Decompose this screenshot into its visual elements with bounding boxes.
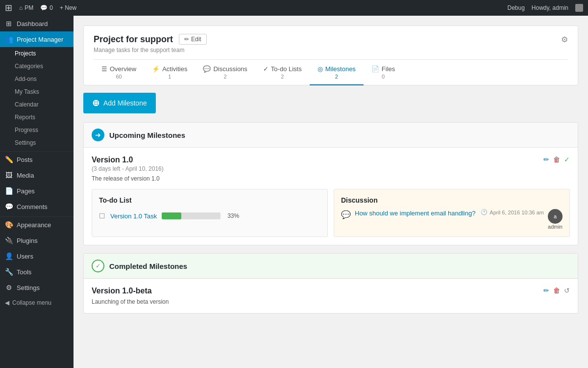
gear-icon: ⚙	[561, 35, 568, 44]
clock-icon: 🕐	[481, 209, 488, 215]
tab-discussions[interactable]: 💬 Discussions 2	[195, 60, 255, 85]
sidebar-item-dashboard[interactable]: ⊞ Dashboard	[0, 16, 74, 31]
todo-box-title: To-do List	[99, 196, 320, 204]
pages-icon: 📄	[5, 187, 13, 195]
discussion-meta-right: 🕐 April 6, 2016 10:36 am a admin	[481, 209, 563, 230]
sidebar-item-pages[interactable]: 📄 Pages	[0, 183, 74, 199]
delete-completed-button[interactable]: 🗑	[553, 287, 560, 294]
discussion-chat-icon: 💬	[341, 210, 351, 219]
appearance-icon: 🎨	[5, 221, 13, 229]
upcoming-milestone-desc: The release of version 1.0	[92, 175, 570, 182]
complete-milestone-button[interactable]: ✓	[564, 156, 570, 163]
upcoming-section-header: ➜ Upcoming Milestones	[84, 123, 578, 148]
upcoming-milestone-date: (3 days left - April 10, 2016)	[92, 165, 164, 172]
discussions-icon: 💬	[203, 65, 211, 73]
upcoming-milestones-section: ➜ Upcoming Milestones Version 1.0 (3 day…	[83, 122, 578, 245]
tab-overview[interactable]: ☰ Overview 60	[94, 60, 144, 85]
todo-progress-pct: 33%	[227, 212, 239, 219]
edit-milestone-button[interactable]: ✏	[543, 156, 549, 163]
project-header: Project for support ✏ Edit ⚙ Manage task…	[83, 26, 578, 85]
todo-icon: ✓	[263, 65, 269, 73]
sidebar-item-calendar[interactable]: Calendar	[5, 98, 74, 111]
overview-count: 60	[116, 74, 122, 79]
avatar-initial: a	[554, 213, 557, 219]
tab-milestones[interactable]: ◎ Milestones 2	[310, 60, 364, 85]
comments-icon: 💬	[5, 203, 13, 210]
user-avatar	[575, 4, 583, 12]
discussion-avatar: a	[548, 209, 563, 224]
sidebar-item-users[interactable]: 👤 Users	[0, 248, 74, 264]
activities-icon: ⚡	[152, 65, 160, 73]
completed-section-content: Version 1.0-beta Launching of the beta v…	[84, 279, 578, 313]
comment-icon: 💬	[40, 4, 48, 11]
sidebar-item-my-tasks[interactable]: My Tasks	[5, 85, 74, 98]
tab-files[interactable]: 📄 Files 0	[364, 60, 403, 85]
tab-activities[interactable]: ⚡ Activities 1	[144, 60, 195, 85]
sidebar-item-project-manager[interactable]: 👥 Project Manager	[0, 31, 74, 47]
dashboard-icon: ⊞	[5, 20, 13, 27]
sidebar-item-progress[interactable]: Progress	[5, 124, 74, 136]
discussion-box: Discussion 💬 How should we implement ema…	[334, 189, 570, 237]
project-title: Project for support	[94, 34, 173, 45]
collapse-icon: ◀	[5, 299, 9, 306]
files-count: 0	[382, 74, 385, 79]
discussion-author: admin	[548, 224, 563, 230]
project-subtitle: Manage tasks for the support team	[94, 47, 568, 53]
sidebar-item-reports[interactable]: Reports	[5, 111, 74, 124]
files-icon: 📄	[371, 65, 379, 73]
sidebar-item-tools[interactable]: 🔧 Tools	[0, 264, 74, 280]
milestones-icon: ◎	[318, 65, 323, 73]
gear-settings-button[interactable]: ⚙	[561, 35, 568, 44]
sidebar-item-appearance[interactable]: 🎨 Appearance	[0, 217, 74, 233]
overview-icon: ☰	[101, 65, 107, 73]
topbar-comments[interactable]: 💬 0	[40, 4, 53, 11]
completed-section-title: Completed Milestones	[109, 262, 187, 270]
discussion-link[interactable]: How should we implement email handling?	[355, 210, 475, 217]
sidebar-item-media[interactable]: 🖼 Media	[0, 167, 74, 183]
tabs-bar: ☰ Overview 60 ⚡ Activities 1 💬 Discussio…	[94, 59, 568, 85]
wp-logo-icon[interactable]: ⊞	[5, 2, 12, 13]
sidebar-item-comments[interactable]: 💬 Comments	[0, 199, 74, 214]
topbar-new[interactable]: + New	[60, 4, 76, 11]
upcoming-section-title: Upcoming Milestones	[109, 131, 185, 139]
plus-circle-icon: ⊕	[92, 98, 99, 108]
todo-task-link[interactable]: Version 1.0 Task	[110, 212, 157, 220]
delete-milestone-button[interactable]: 🗑	[553, 156, 560, 163]
add-milestone-button[interactable]: ⊕ Add Milestone	[83, 93, 156, 113]
edit-completed-button[interactable]: ✏	[543, 287, 549, 294]
collapse-menu-btn[interactable]: ◀ Collapse menu	[0, 295, 74, 310]
topbar: ⊞ ⌂ PM 💬 0 + New Debug Howdy, admin	[0, 0, 588, 16]
completed-icon: ✓	[92, 260, 104, 272]
sidebar-item-settings[interactable]: Settings	[5, 136, 74, 149]
sidebar-submenu: Projects Categories Add-ons My Tasks Cal…	[0, 47, 74, 149]
edit-button[interactable]: ✏ Edit	[179, 34, 207, 45]
todo-checkbox-icon: ☐	[99, 212, 105, 220]
upcoming-milestone-name: Version 1.0	[92, 156, 164, 164]
edit-icon: ✏	[184, 36, 189, 43]
home-icon: ⌂	[19, 4, 23, 11]
content-area: Project for support ✏ Edit ⚙ Manage task…	[74, 16, 588, 368]
completed-milestone-name: Version 1.0-beta	[92, 287, 169, 295]
sidebar-item-addons[interactable]: Add-ons	[5, 73, 74, 85]
sidebar-item-plugins[interactable]: 🔌 Plugins	[0, 233, 74, 248]
sidebar-item-posts[interactable]: ✏️ Posts	[0, 152, 74, 167]
discussion-item: 💬 How should we implement email handling…	[341, 209, 563, 230]
discussion-box-title: Discussion	[341, 196, 563, 204]
completed-milestone-item: Version 1.0-beta Launching of the beta v…	[92, 287, 570, 305]
todo-progress-bar	[162, 212, 220, 219]
project-manager-icon: 👥	[5, 35, 13, 43]
sidebar-item-categories[interactable]: Categories	[5, 60, 74, 73]
sidebar-item-settings2[interactable]: ⚙ Settings	[0, 280, 74, 295]
discussion-date: 🕐 April 6, 2016 10:36 am	[481, 209, 544, 215]
debug-link[interactable]: Debug	[507, 4, 524, 11]
topbar-pm[interactable]: ⌂ PM	[19, 4, 33, 11]
sidebar-item-projects[interactable]: Projects	[5, 47, 74, 60]
reopen-completed-button[interactable]: ↺	[564, 287, 570, 294]
tab-todo-lists[interactable]: ✓ To-do Lists 2	[255, 60, 310, 85]
activities-count: 1	[168, 74, 171, 79]
howdy-label: Howdy, admin	[532, 4, 568, 11]
sidebar-section-posts: ✏️ Posts 🖼 Media 📄 Pages 💬 Comments	[0, 151, 74, 214]
settings-icon: ⚙	[5, 284, 13, 291]
completed-milestone-desc: Launching of the beta version	[92, 298, 169, 305]
upcoming-milestone-actions: ✏ 🗑 ✓	[543, 156, 570, 163]
